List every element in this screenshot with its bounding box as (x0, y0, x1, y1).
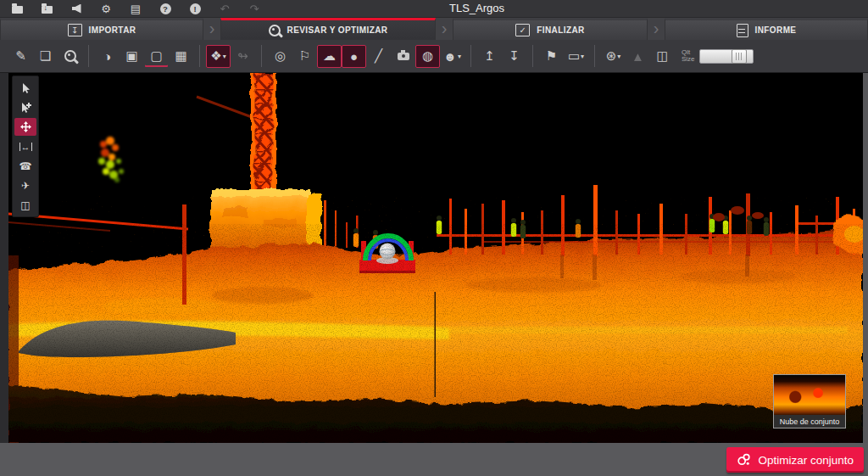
point-size-control: Qlt Size (682, 49, 754, 64)
cube-axes-icon[interactable]: ◫ (650, 45, 675, 68)
tab-importar[interactable]: ↧ IMPORTAR (0, 18, 203, 40)
optimize-button-label: Optimizar conjunto (758, 454, 854, 467)
tab-informe[interactable]: INFORME (665, 18, 868, 40)
point-size-label: Qlt Size (682, 49, 695, 63)
title-bar: ⚙ ▤ ? ! ↶ ↷ TLS_Argos (0, 0, 868, 18)
zoom-region-icon[interactable] (58, 45, 82, 68)
measure-arrows-icon: ↔ (19, 143, 32, 151)
tag-glyph: ❖ (210, 48, 221, 64)
view-texture-icon[interactable]: ▦ (169, 45, 193, 68)
cursor-plus-icon (20, 102, 31, 114)
toolbar-separator (261, 45, 262, 67)
select-add-tool[interactable] (14, 98, 36, 116)
optimize-bundle-button[interactable]: Optimizar conjunto (726, 447, 864, 473)
caret-down-icon: ▾ (581, 53, 584, 60)
camera-glyph (398, 53, 409, 60)
cloud-visibility-icon[interactable]: ☁ (317, 45, 342, 68)
info-glyph: ! (190, 3, 201, 14)
caret-down-icon: ▾ (617, 53, 620, 60)
tab-chevron-icon: › (203, 18, 220, 40)
map-dropdown-icon[interactable]: ▭▾ (564, 45, 588, 68)
camera-snapshot-icon[interactable] (391, 45, 415, 68)
toolbar-separator (199, 45, 200, 67)
viewport-frame: ↔ ☎ ✈ ◫ Nube de conjunto (0, 73, 868, 443)
pan-tool[interactable] (14, 118, 36, 136)
help-icon[interactable]: ? (159, 2, 172, 15)
viewport-left-edge (0, 73, 8, 443)
tab-label: IMPORTAR (89, 25, 136, 35)
import-project-icon[interactable] (40, 2, 53, 15)
globe-dropdown-icon[interactable]: ⊛▾ (601, 45, 626, 68)
helmet-visibility-icon[interactable]: ◍ (415, 45, 440, 68)
log-list-icon[interactable]: ▤ (129, 2, 142, 15)
orbit-tool[interactable]: ☎ (14, 157, 36, 175)
redo-icon[interactable]: ↷ (248, 2, 261, 15)
bottom-action-bar: Optimizar conjunto (0, 443, 868, 476)
draw-line-icon[interactable]: ╱ (366, 45, 391, 68)
folder-download-glyph (42, 6, 53, 14)
view-cube-tool[interactable]: ◫ (14, 196, 36, 214)
tag-filter-dropdown-icon[interactable]: ❖▾ (206, 45, 231, 68)
select-tool[interactable] (14, 79, 36, 97)
view-solid-icon[interactable]: ▣ (120, 45, 144, 68)
color-mode-icon[interactable]: ◑ (95, 45, 120, 68)
toolbar-separator (88, 45, 89, 67)
fly-plane-icon: ✈ (21, 180, 30, 192)
thumbnail-caption: Nube de conjunto (774, 415, 845, 428)
application-window: ⚙ ▤ ? ! ↶ ↷ TLS_Argos ↧ IMPORTAR › REVIS… (0, 0, 868, 476)
view-shaded-icon[interactable]: ▢ (144, 45, 169, 68)
speaker-glyph (72, 4, 81, 14)
user-glyph: ☻ (443, 49, 457, 64)
report-document-icon (737, 24, 748, 37)
flag-user-icon[interactable]: ⚑ (539, 45, 564, 68)
main-toolbar: ✎ ❏ ◑ ▣ ▢ ▦ ❖▾ ↬ ◎ ⚐ ☁ ● ╱ ◍ ☻▾ ↥ ↧ ⚑ ▭▾… (0, 40, 868, 73)
measure-distance-tool[interactable]: ↔ (14, 137, 36, 155)
tag-icon[interactable]: ⚐ (292, 45, 317, 68)
toolbar-separator (532, 45, 533, 67)
open-project-icon[interactable] (10, 2, 24, 15)
drop-to-ground-icon[interactable]: ↧ (502, 45, 526, 68)
tab-label: FINALIZAR (537, 25, 584, 35)
about-icon[interactable]: ! (188, 2, 202, 15)
point-cloud-viewport[interactable]: ↔ ☎ ✈ ◫ Nube de conjunto (8, 73, 863, 443)
move-arrows-icon (20, 121, 31, 132)
user-dropdown-icon[interactable]: ☻▾ (440, 45, 465, 68)
fly-navigation-tool[interactable]: ✈ (14, 176, 36, 194)
undo-icon[interactable]: ↶ (218, 2, 231, 15)
point-size-slider[interactable] (699, 49, 754, 64)
cursor-icon (20, 82, 31, 94)
toolbar-separator (594, 45, 595, 67)
map-glyph: ▭ (568, 48, 580, 64)
link-scans-icon[interactable]: ↬ (231, 45, 255, 68)
folder-glyph (12, 6, 23, 14)
viewport-right-edge (863, 73, 868, 443)
bundle-cloud-thumbnail[interactable]: Nube de conjunto (773, 374, 846, 428)
sphere-visibility-icon[interactable]: ● (342, 45, 366, 68)
settings-gear-icon[interactable]: ⚙ (99, 2, 113, 15)
new-viewport-icon[interactable]: ❏ (33, 45, 58, 68)
finalize-check-icon: ✓ (515, 24, 530, 36)
workflow-tab-bar: ↧ IMPORTAR › REVISAR Y OPTIMIZAR › ✓ FIN… (0, 18, 868, 40)
thumbnail-preview-image (774, 375, 845, 415)
globe-glyph: ⊛ (606, 48, 617, 64)
annotate-pen-icon[interactable]: ✎ (8, 45, 33, 68)
tab-label: INFORME (755, 25, 797, 35)
question-glyph: ? (160, 3, 171, 14)
toolbar-separator (470, 45, 471, 67)
tab-revisar-y-optimizar[interactable]: REVISAR Y OPTIMIZAR (220, 18, 436, 40)
tab-chevron-icon: › (648, 18, 665, 40)
cube-icon: ◫ (20, 199, 30, 211)
measure-volume-icon[interactable]: ▲ (626, 45, 650, 68)
caret-down-icon: ▾ (223, 53, 226, 60)
announcements-icon[interactable] (70, 2, 83, 15)
point-cloud-render (8, 73, 863, 443)
window-title: TLS_Argos (449, 2, 504, 14)
target-icon[interactable]: ◎ (268, 45, 292, 68)
tab-label: REVISAR Y OPTIMIZAR (287, 25, 388, 35)
caret-down-icon: ▾ (458, 53, 461, 60)
point-size-slider-handle[interactable] (732, 49, 747, 64)
tab-finalizar[interactable]: ✓ FINALIZAR (453, 18, 648, 40)
move-origin-icon[interactable]: ↥ (477, 45, 502, 68)
tab-chevron-icon: › (436, 18, 453, 40)
view-tool-palette: ↔ ☎ ✈ ◫ (12, 76, 39, 217)
